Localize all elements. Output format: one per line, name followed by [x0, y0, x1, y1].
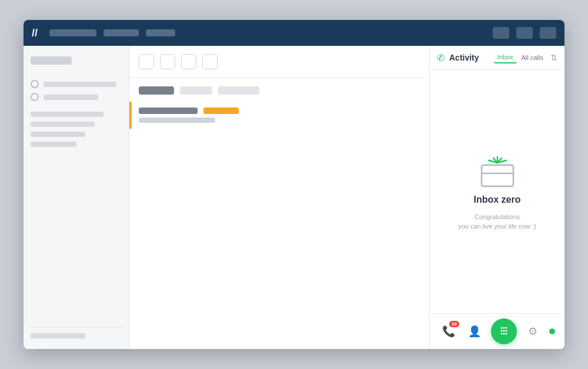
sidebar-line-5: [31, 132, 85, 137]
titlebar-pill-1: [49, 29, 96, 36]
settings-button[interactable]: ⚙: [523, 322, 542, 341]
toolbar-square-3[interactable]: [181, 54, 196, 69]
sel-subtitle-block: [139, 118, 215, 123]
sidebar-radio-row-2: [31, 93, 122, 101]
svg-point-10: [500, 330, 502, 332]
svg-point-13: [500, 333, 502, 335]
browser-window: //: [24, 20, 564, 349]
sidebar-line-1: [44, 82, 116, 87]
titlebar: //: [24, 20, 564, 46]
person-button[interactable]: 👤: [465, 322, 484, 341]
tab-all-calls[interactable]: All calls: [518, 52, 547, 63]
svg-point-7: [500, 327, 502, 329]
selected-row[interactable]: [129, 102, 420, 129]
toolbar-square-2[interactable]: [160, 54, 175, 69]
radio-circle-1[interactable]: [31, 80, 39, 88]
sel-tag-block: [203, 108, 239, 114]
toolbar-square-1[interactable]: [139, 54, 154, 69]
calls-button[interactable]: 📞 28: [439, 322, 458, 341]
window-btn-3[interactable]: [540, 27, 556, 39]
tab-inbox[interactable]: Inbox: [494, 52, 517, 63]
main-toolbar: [129, 46, 429, 78]
window-btn-2[interactable]: [516, 27, 533, 39]
activity-title: Activity: [449, 53, 479, 62]
svg-point-15: [505, 333, 507, 335]
activity-tabs: Inbox All calls ⇅: [484, 52, 557, 63]
person-icon: 👤: [468, 325, 481, 338]
inbox-zero-title: Inbox zero: [473, 194, 520, 205]
svg-point-9: [505, 327, 507, 329]
radio-circle-2[interactable]: [31, 93, 39, 101]
content-block-light-1: [180, 86, 212, 95]
sidebar: [24, 46, 129, 349]
svg-rect-0: [482, 165, 513, 186]
dialpad-icon: [497, 325, 510, 338]
filter-icon[interactable]: ⇅: [550, 53, 557, 62]
window-btn-1[interactable]: [493, 27, 509, 39]
sidebar-line-4: [31, 122, 95, 127]
inbox-rays-svg: [477, 152, 518, 187]
svg-point-12: [505, 330, 507, 332]
main-inner: [129, 78, 429, 349]
activity-footer: 📞 28 👤: [430, 313, 564, 349]
content-block-light-2: [218, 86, 259, 95]
sidebar-radio-row-1: [31, 80, 122, 88]
titlebar-pill-2: [103, 29, 139, 36]
sel-title-block: [139, 108, 198, 114]
toolbar-square-4[interactable]: [202, 54, 218, 69]
selected-row-title: [139, 108, 413, 114]
sidebar-line-3: [31, 112, 103, 117]
app-body: ✆ Activity Inbox All calls ⇅: [24, 46, 564, 349]
svg-point-11: [503, 330, 505, 332]
content-block-dark: [139, 86, 174, 95]
sidebar-radio-group: [31, 80, 122, 101]
sidebar-bottom-line: [31, 333, 85, 338]
dialpad-button[interactable]: [491, 318, 517, 344]
app-logo: //: [32, 27, 38, 39]
main-content: [129, 46, 429, 349]
status-dot: [549, 328, 555, 334]
content-row-1: [139, 86, 420, 95]
activity-header: ✆ Activity Inbox All calls ⇅: [430, 46, 564, 70]
inbox-zero-subtitle: Congratulationsyou can live your life no…: [458, 212, 536, 232]
sidebar-active-item[interactable]: [31, 56, 72, 65]
sidebar-line-2: [44, 95, 98, 100]
activity-phone-icon: ✆: [437, 52, 445, 63]
gear-icon: ⚙: [528, 325, 537, 338]
inbox-illustration: [477, 152, 518, 187]
titlebar-pill-3: [146, 29, 175, 36]
svg-point-8: [503, 327, 505, 329]
svg-point-14: [503, 333, 505, 335]
calls-badge: 28: [449, 321, 459, 327]
sidebar-line-6: [31, 142, 76, 147]
activity-body: Inbox zero Congratulationsyou can live y…: [430, 70, 564, 313]
activity-panel: ✆ Activity Inbox All calls ⇅: [429, 46, 564, 349]
